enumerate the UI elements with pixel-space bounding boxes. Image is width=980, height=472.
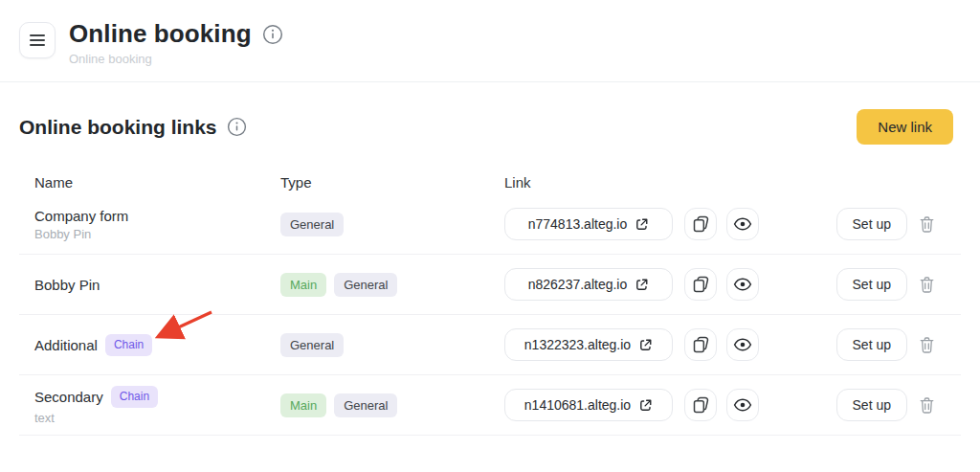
section-bar: Online booking links New link <box>19 109 953 145</box>
delete-button[interactable] <box>920 337 934 353</box>
copy-icon <box>693 215 709 233</box>
page-subtitle: Online booking <box>69 52 283 66</box>
column-header-type: Type <box>280 174 504 191</box>
info-icon[interactable] <box>262 24 283 45</box>
section-title: Online booking links <box>19 116 217 139</box>
new-link-button[interactable]: New link <box>857 109 953 145</box>
column-header-link: Link <box>504 174 961 191</box>
type-badge-main: Main <box>280 393 326 417</box>
row-name: Company form <box>34 208 128 224</box>
app-header: Online booking Online booking <box>0 0 980 82</box>
link-url: n774813.alteg.io <box>528 216 628 232</box>
booking-links-table: Name Type Link Company form Bobby Pin Ge… <box>19 169 961 436</box>
set-up-button[interactable]: Set up <box>836 268 907 301</box>
trash-icon <box>920 397 934 414</box>
preview-button[interactable] <box>726 268 759 301</box>
copy-icon <box>693 276 709 293</box>
delete-button[interactable] <box>920 277 934 293</box>
chain-badge: Chain <box>105 334 152 356</box>
external-link-icon <box>635 217 649 232</box>
booking-link[interactable]: n1322323.alteg.io <box>504 328 673 361</box>
copy-button[interactable] <box>684 268 717 301</box>
external-link-icon <box>638 338 653 352</box>
row-name: Bobby Pin <box>34 277 100 293</box>
hamburger-icon <box>30 34 45 47</box>
column-header-name: Name <box>19 174 280 191</box>
type-badge-general: General <box>334 393 397 417</box>
type-badge-general: General <box>334 273 397 297</box>
table-row: Bobby Pin Main General n826237.alteg.io <box>19 255 961 315</box>
link-url: n826237.alteg.io <box>528 277 628 292</box>
eye-icon <box>733 217 752 231</box>
preview-button[interactable] <box>726 328 759 361</box>
menu-button[interactable] <box>19 22 56 58</box>
type-badge-general: General <box>280 333 344 357</box>
booking-link[interactable]: n826237.alteg.io <box>504 268 673 301</box>
trash-icon <box>920 277 934 293</box>
link-url: n1322323.alteg.io <box>524 337 631 352</box>
eye-icon <box>733 338 752 351</box>
page-title: Online booking <box>69 19 252 49</box>
external-link-icon <box>635 278 649 292</box>
chain-badge: Chain <box>111 386 158 408</box>
type-badge-general: General <box>280 213 344 236</box>
info-icon[interactable] <box>227 117 247 137</box>
set-up-button[interactable]: Set up <box>836 328 907 361</box>
copy-button[interactable] <box>684 328 717 361</box>
set-up-button[interactable]: Set up <box>836 208 907 240</box>
external-link-icon <box>638 398 653 413</box>
row-name: Secondary <box>34 389 103 405</box>
trash-icon <box>920 216 934 233</box>
table-row: Additional Chain General n1322323.alteg.… <box>19 315 961 375</box>
copy-button[interactable] <box>684 389 717 421</box>
eye-icon <box>733 278 752 291</box>
copy-icon <box>693 336 709 353</box>
row-subtitle: Bobby Pin <box>34 227 280 241</box>
eye-icon <box>733 398 752 412</box>
type-badge-main: Main <box>280 273 326 297</box>
copy-button[interactable] <box>684 208 717 240</box>
trash-icon <box>920 337 934 353</box>
table-row: Secondary Chain text Main General n14106… <box>19 375 961 436</box>
row-name: Additional <box>34 337 98 353</box>
delete-button[interactable] <box>920 216 934 233</box>
table-header-row: Name Type Link <box>19 169 961 194</box>
booking-link[interactable]: n774813.alteg.io <box>504 208 673 240</box>
set-up-button[interactable]: Set up <box>836 389 907 421</box>
copy-icon <box>693 396 709 414</box>
link-url: n1410681.alteg.io <box>524 397 631 413</box>
booking-link[interactable]: n1410681.alteg.io <box>504 389 673 421</box>
preview-button[interactable] <box>726 208 759 240</box>
delete-button[interactable] <box>920 397 934 414</box>
table-row: Company form Bobby Pin General n774813.a… <box>19 194 961 255</box>
row-subtitle: text <box>34 411 280 425</box>
preview-button[interactable] <box>726 389 759 421</box>
